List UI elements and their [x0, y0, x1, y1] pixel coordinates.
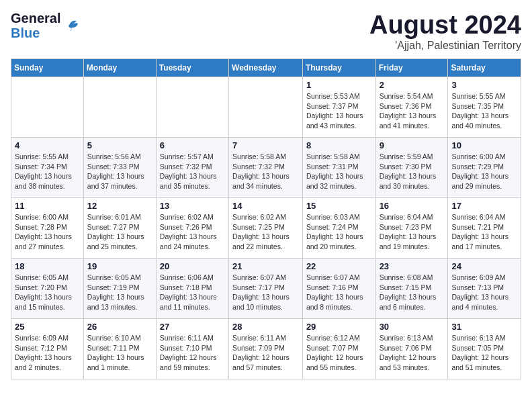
- day-detail: Sunrise: 6:12 AM Sunset: 7:07 PM Dayligh…: [306, 333, 372, 373]
- calendar-day-cell: 27Sunrise: 6:11 AM Sunset: 7:10 PM Dayli…: [156, 319, 228, 379]
- calendar-day-cell: 11Sunrise: 6:00 AM Sunset: 7:28 PM Dayli…: [11, 198, 84, 259]
- calendar-day-cell: 9Sunrise: 5:59 AM Sunset: 7:30 PM Daylig…: [375, 138, 448, 198]
- day-detail: Sunrise: 6:04 AM Sunset: 7:21 PM Dayligh…: [451, 212, 517, 252]
- day-number: 5: [87, 140, 152, 150]
- weekday-header-cell: Sunday: [11, 59, 84, 77]
- day-number: 26: [87, 322, 152, 332]
- month-year-title: August 2024: [369, 11, 521, 40]
- day-number: 16: [380, 201, 445, 211]
- day-detail: Sunrise: 6:10 AM Sunset: 7:11 PM Dayligh…: [87, 333, 152, 373]
- calendar-day-cell: 5Sunrise: 5:56 AM Sunset: 7:33 PM Daylig…: [83, 138, 156, 198]
- logo-general: General: [11, 11, 60, 26]
- day-detail: Sunrise: 6:07 AM Sunset: 7:16 PM Dayligh…: [306, 273, 372, 312]
- weekday-header-cell: Monday: [83, 59, 156, 77]
- calendar-table: SundayMondayTuesdayWednesdayThursdayFrid…: [11, 58, 521, 379]
- calendar-day-cell: 16Sunrise: 6:04 AM Sunset: 7:23 PM Dayli…: [375, 198, 448, 259]
- day-number: 25: [15, 322, 80, 332]
- day-detail: Sunrise: 5:55 AM Sunset: 7:34 PM Dayligh…: [15, 152, 80, 191]
- day-number: 15: [306, 201, 372, 211]
- day-detail: Sunrise: 5:58 AM Sunset: 7:31 PM Dayligh…: [306, 152, 372, 191]
- calendar-week-row: 18Sunrise: 6:05 AM Sunset: 7:20 PM Dayli…: [11, 259, 521, 319]
- day-number: 18: [15, 261, 80, 271]
- day-detail: Sunrise: 6:06 AM Sunset: 7:18 PM Dayligh…: [160, 273, 225, 312]
- weekday-header-cell: Thursday: [302, 59, 375, 77]
- calendar-day-cell: 20Sunrise: 6:06 AM Sunset: 7:18 PM Dayli…: [156, 259, 228, 319]
- logo-blue: Blue: [11, 26, 40, 40]
- calendar-day-cell: 4Sunrise: 5:55 AM Sunset: 7:34 PM Daylig…: [11, 138, 84, 198]
- day-number: 24: [451, 261, 517, 271]
- day-number: 31: [451, 322, 517, 332]
- calendar-day-cell: 28Sunrise: 6:11 AM Sunset: 7:09 PM Dayli…: [229, 319, 303, 379]
- day-number: 14: [232, 201, 299, 211]
- day-detail: Sunrise: 6:07 AM Sunset: 7:17 PM Dayligh…: [232, 273, 299, 312]
- day-number: 1: [306, 80, 372, 90]
- weekday-header-cell: Wednesday: [229, 59, 303, 77]
- day-detail: Sunrise: 6:05 AM Sunset: 7:20 PM Dayligh…: [15, 273, 80, 312]
- day-number: 4: [15, 140, 80, 150]
- day-detail: Sunrise: 5:54 AM Sunset: 7:36 PM Dayligh…: [380, 91, 445, 131]
- calendar-day-cell: 14Sunrise: 6:02 AM Sunset: 7:25 PM Dayli…: [229, 198, 303, 259]
- calendar-day-cell: [83, 77, 156, 138]
- calendar-day-cell: 15Sunrise: 6:03 AM Sunset: 7:24 PM Dayli…: [302, 198, 375, 259]
- day-detail: Sunrise: 6:11 AM Sunset: 7:10 PM Dayligh…: [160, 333, 225, 373]
- calendar-day-cell: 10Sunrise: 6:00 AM Sunset: 7:29 PM Dayli…: [448, 138, 521, 198]
- day-number: 23: [380, 261, 445, 271]
- calendar-day-cell: [11, 77, 84, 138]
- calendar-day-cell: 21Sunrise: 6:07 AM Sunset: 7:17 PM Dayli…: [229, 259, 303, 319]
- day-detail: Sunrise: 6:09 AM Sunset: 7:13 PM Dayligh…: [451, 273, 517, 312]
- day-number: 21: [232, 261, 299, 271]
- day-detail: Sunrise: 5:58 AM Sunset: 7:32 PM Dayligh…: [232, 152, 299, 191]
- day-number: 13: [160, 201, 225, 211]
- calendar-day-cell: 23Sunrise: 6:08 AM Sunset: 7:15 PM Dayli…: [375, 259, 448, 319]
- calendar-day-cell: 8Sunrise: 5:58 AM Sunset: 7:31 PM Daylig…: [302, 138, 375, 198]
- calendar-day-cell: 26Sunrise: 6:10 AM Sunset: 7:11 PM Dayli…: [83, 319, 156, 379]
- day-number: 27: [160, 322, 225, 332]
- calendar-day-cell: 30Sunrise: 6:13 AM Sunset: 7:06 PM Dayli…: [375, 319, 448, 379]
- calendar-day-cell: 24Sunrise: 6:09 AM Sunset: 7:13 PM Dayli…: [448, 259, 521, 319]
- day-number: 29: [306, 322, 372, 332]
- day-number: 11: [15, 201, 80, 211]
- weekday-header-cell: Friday: [375, 59, 448, 77]
- day-detail: Sunrise: 6:11 AM Sunset: 7:09 PM Dayligh…: [232, 333, 299, 373]
- calendar-day-cell: 6Sunrise: 5:57 AM Sunset: 7:32 PM Daylig…: [156, 138, 228, 198]
- logo-bird-icon: [63, 14, 83, 34]
- day-number: 6: [160, 140, 225, 150]
- day-detail: Sunrise: 6:08 AM Sunset: 7:15 PM Dayligh…: [380, 273, 445, 312]
- weekday-header-cell: Tuesday: [156, 59, 228, 77]
- calendar-day-cell: [229, 77, 303, 138]
- day-detail: Sunrise: 6:03 AM Sunset: 7:24 PM Dayligh…: [306, 212, 372, 252]
- day-number: 12: [87, 201, 152, 211]
- page-header: General Blue August 2024 'Ajjah, Palesti…: [11, 11, 521, 52]
- day-number: 20: [160, 261, 225, 271]
- day-detail: Sunrise: 5:55 AM Sunset: 7:35 PM Dayligh…: [451, 91, 517, 131]
- calendar-day-cell: 17Sunrise: 6:04 AM Sunset: 7:21 PM Dayli…: [448, 198, 521, 259]
- weekday-header-row: SundayMondayTuesdayWednesdayThursdayFrid…: [11, 59, 521, 77]
- day-number: 3: [451, 80, 517, 90]
- calendar-day-cell: 2Sunrise: 5:54 AM Sunset: 7:36 PM Daylig…: [375, 77, 448, 138]
- day-detail: Sunrise: 6:09 AM Sunset: 7:12 PM Dayligh…: [15, 333, 80, 373]
- calendar-day-cell: 19Sunrise: 6:05 AM Sunset: 7:19 PM Dayli…: [83, 259, 156, 319]
- day-number: 30: [380, 322, 445, 332]
- day-number: 17: [451, 201, 517, 211]
- calendar-week-row: 4Sunrise: 5:55 AM Sunset: 7:34 PM Daylig…: [11, 138, 521, 198]
- day-detail: Sunrise: 5:57 AM Sunset: 7:32 PM Dayligh…: [160, 152, 225, 191]
- day-detail: Sunrise: 5:56 AM Sunset: 7:33 PM Dayligh…: [87, 152, 152, 191]
- day-number: 22: [306, 261, 372, 271]
- day-detail: Sunrise: 6:13 AM Sunset: 7:06 PM Dayligh…: [380, 333, 445, 373]
- day-detail: Sunrise: 6:01 AM Sunset: 7:27 PM Dayligh…: [87, 212, 152, 252]
- calendar-day-cell: 18Sunrise: 6:05 AM Sunset: 7:20 PM Dayli…: [11, 259, 84, 319]
- calendar-day-cell: 22Sunrise: 6:07 AM Sunset: 7:16 PM Dayli…: [302, 259, 375, 319]
- day-number: 10: [451, 140, 517, 150]
- day-number: 19: [87, 261, 152, 271]
- calendar-day-cell: 12Sunrise: 6:01 AM Sunset: 7:27 PM Dayli…: [83, 198, 156, 259]
- day-number: 9: [380, 140, 445, 150]
- calendar-week-row: 11Sunrise: 6:00 AM Sunset: 7:28 PM Dayli…: [11, 198, 521, 259]
- day-detail: Sunrise: 6:02 AM Sunset: 7:26 PM Dayligh…: [160, 212, 225, 252]
- day-detail: Sunrise: 6:13 AM Sunset: 7:05 PM Dayligh…: [451, 333, 517, 373]
- title-block: August 2024 'Ajjah, Palestinian Territor…: [369, 11, 521, 52]
- day-detail: Sunrise: 6:04 AM Sunset: 7:23 PM Dayligh…: [380, 212, 445, 252]
- calendar-week-row: 1Sunrise: 5:53 AM Sunset: 7:37 PM Daylig…: [11, 77, 521, 138]
- day-number: 2: [380, 80, 445, 90]
- logo: General Blue: [11, 11, 83, 40]
- weekday-header-cell: Saturday: [448, 59, 521, 77]
